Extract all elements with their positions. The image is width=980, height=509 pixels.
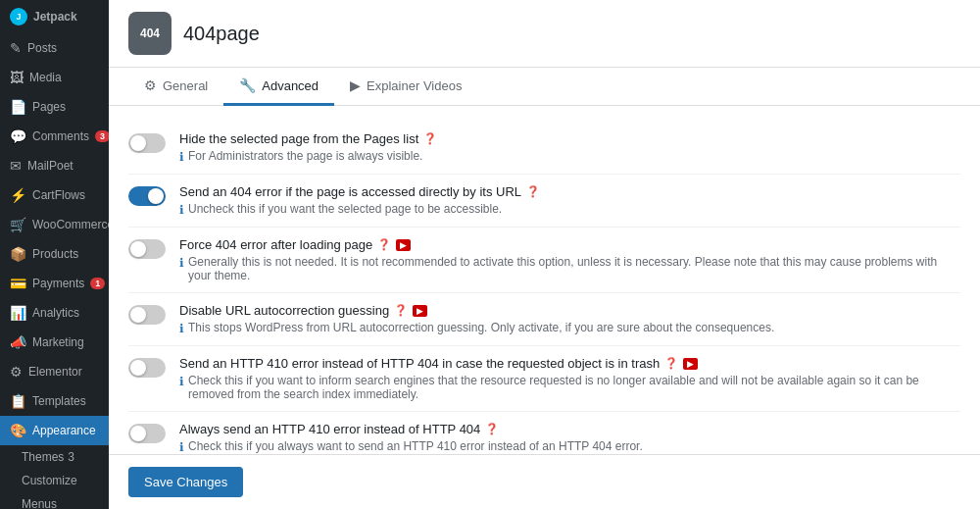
sidebar-item-label: Marketing — [32, 335, 84, 349]
toggle-send-404[interactable] — [128, 186, 166, 209]
sidebar-item-label: Media — [29, 71, 62, 84]
toggle-row-send-404: Send an 404 error if the page is accesse… — [128, 175, 960, 228]
mailpoet-icon: ✉ — [10, 158, 22, 174]
toggle-switch-autocorrect[interactable] — [128, 305, 166, 325]
toggle-row-hide-pages: Hide the selected page from the Pages li… — [128, 122, 960, 175]
sidebar-sub-item-themes[interactable]: Themes 3 — [0, 445, 109, 469]
sidebar-item-analytics[interactable]: 📊 Analytics — [0, 298, 109, 328]
sidebar-item-woocommerce[interactable]: 🛒 WooCommerce — [0, 210, 109, 239]
themes-badge: 3 — [68, 450, 74, 464]
sidebar-item-mailpoet[interactable]: ✉ MailPoet — [0, 151, 109, 180]
sidebar-item-label: Appearance — [32, 424, 96, 437]
page-404-icon: 404 — [128, 12, 172, 55]
payments-icon: 💳 — [10, 276, 26, 291]
toggle-note-text: Check this if you always want to send an… — [188, 439, 643, 453]
video-icon-3[interactable]: ▶ — [413, 305, 427, 317]
sidebar-logo: J Jetpack — [0, 0, 109, 33]
toggle-switch-send-404[interactable] — [128, 186, 166, 206]
tabs-bar: ⚙ General 🔧 Advanced ▶ Explainer Videos — [109, 68, 980, 106]
sidebar-item-label: Comments — [32, 129, 89, 143]
help-icon-3[interactable]: ❓ — [394, 304, 408, 317]
toggle-switch-force-404[interactable] — [128, 239, 166, 259]
pages-icon: 📄 — [10, 99, 26, 115]
tab-advanced[interactable]: 🔧 Advanced — [223, 68, 334, 106]
sidebar-item-posts[interactable]: ✎ Posts — [0, 33, 109, 63]
posts-icon: ✎ — [10, 40, 22, 56]
toggle-switch-410-always[interactable] — [128, 424, 166, 443]
sidebar-sub-item-customize[interactable]: Customize — [0, 469, 109, 492]
sidebar-item-marketing[interactable]: 📣 Marketing — [0, 328, 109, 357]
products-icon: 📦 — [10, 246, 26, 262]
sidebar-item-cartflows[interactable]: ⚡ CartFlows — [0, 180, 109, 210]
sidebar-item-label: Templates — [32, 394, 86, 408]
page-header: 404 404page — [109, 0, 980, 68]
info-icon-1: ℹ — [179, 203, 184, 217]
toggle-note-text: For Administrators the page is always vi… — [188, 149, 422, 163]
appearance-icon: 🎨 — [10, 423, 26, 438]
toggle-row-disable-autocorrect: Disable URL autocorrection guessing ❓ ▶ … — [128, 293, 960, 346]
toggle-410-trash[interactable] — [128, 358, 166, 381]
comments-badge: 3 — [95, 130, 109, 142]
sidebar-item-payments[interactable]: 💳 Payments 1 — [0, 269, 109, 298]
toggle-disable-autocorrect[interactable] — [128, 305, 166, 328]
toggle-note-text: Uncheck this if you want the selected pa… — [188, 202, 502, 216]
elementor-icon: ⚙ — [10, 364, 23, 380]
marketing-icon: 📣 — [10, 334, 26, 350]
sidebar-item-comments[interactable]: 💬 Comments 3 — [0, 122, 109, 151]
save-changes-button[interactable]: Save Changes — [128, 467, 243, 497]
info-icon-4: ℹ — [179, 375, 184, 388]
video-tab-icon: ▶ — [350, 77, 361, 93]
analytics-icon: 📊 — [10, 305, 26, 321]
sidebar-sub-item-menus[interactable]: Menus — [0, 492, 109, 509]
payments-badge: 1 — [90, 278, 105, 289]
sub-label: Themes — [22, 450, 64, 464]
sidebar-logo-label: Jetpack — [33, 10, 77, 24]
info-icon-5: ℹ — [179, 440, 184, 454]
sidebar-item-label: Pages — [32, 100, 66, 114]
tab-explainer-videos[interactable]: ▶ Explainer Videos — [334, 68, 477, 106]
toggle-410-always[interactable] — [128, 424, 166, 446]
tab-general[interactable]: ⚙ General — [128, 68, 223, 106]
settings-content: Hide the selected page from the Pages li… — [109, 106, 980, 454]
help-icon-4[interactable]: ❓ — [664, 357, 678, 370]
toggle-force-404[interactable] — [128, 239, 166, 262]
toggle-switch-410-trash[interactable] — [128, 358, 166, 378]
toggle-note-text: Check this if you want to inform search … — [188, 374, 960, 401]
sidebar-item-label: CartFlows — [32, 188, 85, 202]
help-icon-1[interactable]: ❓ — [526, 185, 540, 198]
info-icon-3: ℹ — [179, 322, 184, 335]
sidebar-item-label: Products — [32, 247, 78, 261]
help-icon-0[interactable]: ❓ — [423, 132, 437, 145]
toggle-hide-pages[interactable] — [128, 133, 166, 156]
toggle-label-text: Force 404 error after loading page — [179, 237, 372, 252]
sidebar-item-products[interactable]: 📦 Products — [0, 239, 109, 269]
toggle-switch-hide-pages[interactable] — [128, 133, 166, 153]
toggle-row-410-trash: Send an HTTP 410 error instead of HTTP 4… — [128, 346, 960, 412]
toggle-row-410-always: Always send an HTTP 410 error instead of… — [128, 412, 960, 454]
sidebar-item-templates[interactable]: 📋 Templates — [0, 386, 109, 416]
page-title: 404page — [183, 23, 260, 45]
sidebar-item-media[interactable]: 🖼 Media — [0, 63, 109, 92]
sidebar-item-elementor[interactable]: ⚙ Elementor — [0, 357, 109, 386]
sub-label: Customize — [22, 474, 77, 487]
tab-label: General — [163, 78, 208, 93]
toggle-label-text: Always send an HTTP 410 error instead of… — [179, 422, 480, 436]
sidebar: J Jetpack ✎ Posts 🖼 Media 📄 Pages 💬 Comm… — [0, 0, 109, 509]
help-icon-5[interactable]: ❓ — [485, 423, 499, 435]
sidebar-item-label: MailPoet — [27, 159, 74, 173]
toggle-label-text: Disable URL autocorrection guessing — [179, 303, 389, 318]
jetpack-icon: J — [10, 8, 27, 25]
sidebar-item-label: Payments — [32, 277, 84, 290]
sub-label: Menus — [22, 497, 57, 509]
sidebar-item-appearance[interactable]: 🎨 Appearance — [0, 416, 109, 445]
toggle-note-text: Generally this is not needed. It is not … — [188, 255, 960, 282]
sidebar-item-label: Analytics — [32, 306, 79, 320]
help-icon-2[interactable]: ❓ — [377, 238, 391, 251]
comments-icon: 💬 — [10, 128, 26, 144]
video-icon-4[interactable]: ▶ — [683, 358, 698, 370]
info-icon-2: ℹ — [179, 256, 184, 270]
toggle-label-text: Hide the selected page from the Pages li… — [179, 131, 418, 146]
sidebar-item-pages[interactable]: 📄 Pages — [0, 92, 109, 122]
general-tab-icon: ⚙ — [144, 77, 157, 93]
video-icon-2[interactable]: ▶ — [396, 239, 411, 251]
